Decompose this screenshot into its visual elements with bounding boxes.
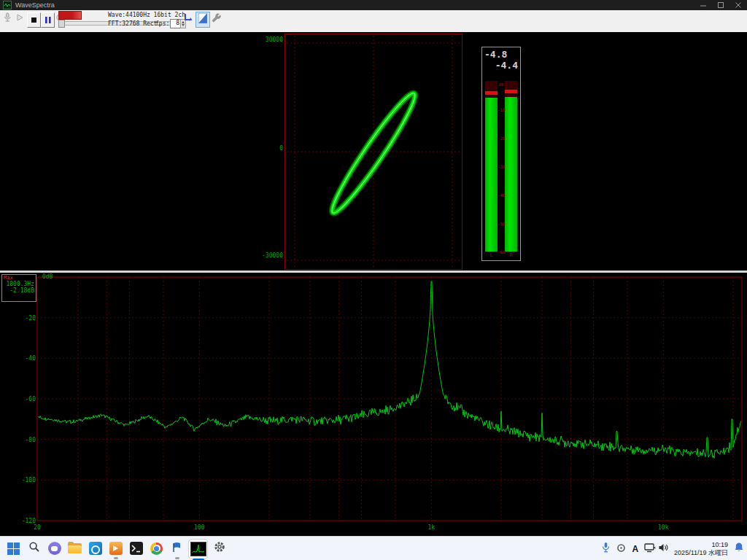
app-icon — [3, 1, 12, 9]
taskbar-item-chrome[interactable] — [147, 539, 166, 558]
network-volume-button[interactable] — [644, 542, 668, 556]
minimize-button[interactable] — [694, 0, 712, 10]
running-indicator — [175, 557, 179, 559]
position-slider-thumb[interactable] — [58, 20, 65, 28]
meter-scale-unit: dB — [498, 82, 505, 87]
system-tray: A 10:19 2025/11/19 水曜日 — [601, 537, 744, 560]
peak-readout-title: Max — [2, 275, 36, 281]
lissajous-label-min: -30000 — [248, 252, 283, 259]
meter-left-channel-label: L — [485, 252, 498, 258]
taskbar-item-media-app[interactable] — [107, 539, 125, 558]
meter-left-bar — [485, 98, 498, 252]
settings-button[interactable] — [210, 12, 222, 26]
taskbar-item-flag-app[interactable] — [168, 539, 186, 558]
wavespectra-icon — [190, 542, 206, 556]
close-button[interactable] — [729, 0, 747, 10]
record-mic-icon — [2, 12, 12, 26]
mic-in-use-button[interactable] — [601, 542, 611, 556]
lissajous-display — [285, 34, 462, 270]
maximize-button[interactable] — [712, 0, 729, 10]
meter-scale-tick: -40 — [498, 192, 505, 198]
chat-icon — [48, 542, 61, 555]
spectrum-y-tick: -120 — [22, 518, 36, 524]
meter-scale-tick: -50 — [498, 221, 505, 226]
spectrum-y-tick: -40 — [26, 355, 36, 362]
level-meter: -4.8 -4.4 dB-10-20-30-40-50-60 L R — [481, 47, 521, 261]
spectrum-x-tick: 10k — [658, 524, 669, 531]
taskbar-item-settings[interactable] — [210, 539, 228, 558]
log-scale-button[interactable] — [182, 12, 193, 26]
spectrum-y-tick: -80 — [26, 437, 36, 443]
meter-scale-tick: -30 — [498, 164, 505, 169]
terminal-icon — [130, 542, 143, 555]
media-app-icon — [109, 542, 123, 555]
taskbar-item-chat[interactable] — [45, 539, 63, 558]
peak-readout-level: -2.18dB — [2, 287, 36, 294]
screen: WaveSpectra — [0, 0, 747, 560]
taskbar-item-file-explorer[interactable] — [66, 539, 84, 558]
taskbar: A 10:19 2025/11/19 水曜日 — [0, 536, 747, 560]
pause-icon — [44, 14, 52, 27]
wrench-icon — [210, 12, 222, 26]
gear-icon — [213, 540, 226, 556]
window-title: WaveSpectra — [15, 1, 55, 9]
wave-format-info: Wave:44100Hz 16bit 2ch — [108, 12, 188, 18]
lissajous-figure — [285, 34, 462, 269]
spectrum-panel: Max 1000.3Hz -2.18dB 0dB-20-40-60-80-100… — [0, 273, 747, 536]
network-icon — [644, 542, 656, 556]
start-icon — [7, 542, 20, 555]
tray-time: 10:19 — [711, 541, 728, 548]
toolbar: Wave:44100Hz 16bit 2ch FFT:32768 Rect. f… — [0, 10, 747, 33]
flag-icon — [171, 541, 183, 556]
taskbar-icons — [4, 539, 228, 559]
spectrum-x-tick: 1k — [427, 524, 435, 531]
pause-button[interactable] — [41, 12, 55, 28]
tray-device-icon[interactable] — [616, 542, 626, 556]
peak-readout-freq: 1000.3Hz — [2, 281, 36, 287]
play-icon — [15, 12, 25, 26]
start-button[interactable] — [4, 539, 23, 558]
title-bar: WaveSpectra — [0, 0, 747, 10]
spectrum-x-tick: 20 — [34, 524, 41, 531]
log-scale-icon — [182, 12, 193, 26]
meter-left-peak-cap — [485, 91, 498, 95]
running-indicator — [114, 557, 118, 559]
spectrum-chart: 0dB-20-40-60-80-100-120201001k10k — [0, 273, 747, 536]
spectrum-y-tick: -20 — [26, 315, 36, 322]
tray-date: 2025/11/19 水曜日 — [674, 549, 728, 556]
ime-mode-indicator[interactable]: A — [632, 544, 638, 554]
speaker-icon — [658, 542, 668, 556]
search-icon — [28, 541, 40, 556]
meter-scale: dB-10-20-30-40-50-60 — [498, 47, 505, 260]
meter-right-peak-cap — [505, 90, 517, 93]
outlook-icon — [89, 542, 102, 555]
taskbar-item-wavespectra-active[interactable] — [188, 539, 208, 559]
record-button[interactable] — [1, 12, 13, 26]
search-button[interactable] — [25, 539, 43, 558]
meter-right-bar — [505, 97, 517, 252]
spectrum-x-tick: 100 — [194, 524, 205, 531]
display-mode-button[interactable] — [196, 12, 210, 28]
folder-icon — [68, 543, 82, 553]
stop-button[interactable] — [27, 12, 41, 28]
fps-label: fps: — [155, 20, 169, 27]
peak-readout-box: Max 1000.3Hz -2.18dB — [1, 274, 36, 302]
notification-bell-button[interactable] — [734, 542, 744, 556]
spectrum-trace — [38, 281, 741, 458]
taskbar-item-terminal[interactable] — [127, 539, 145, 558]
spectrum-y-tick: -100 — [22, 477, 36, 483]
fps-input[interactable]: 8 — [170, 19, 181, 28]
meter-scale-tick: -20 — [498, 136, 505, 141]
meter-scale-tick: -60 — [498, 249, 505, 254]
play-button[interactable] — [14, 12, 26, 26]
taskbar-item-outlook[interactable] — [86, 539, 104, 558]
chrome-icon — [150, 542, 163, 555]
spectrum-y-top-label: 0dB — [42, 273, 53, 280]
spectrum-y-tick: -60 — [26, 396, 36, 402]
stop-icon — [31, 18, 36, 23]
lissajous-label-max: 30000 — [248, 36, 283, 43]
scope-panel: 30000 0 -30000 — [0, 32, 747, 271]
display-mode-icon — [198, 13, 207, 26]
lissajous-label-zero: 0 — [248, 145, 283, 152]
clock[interactable]: 10:19 2025/11/19 水曜日 — [674, 541, 728, 557]
